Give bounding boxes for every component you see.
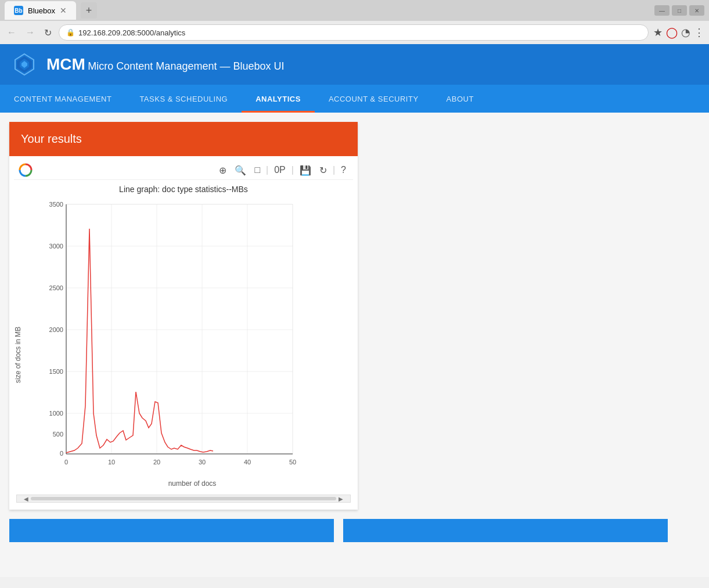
- data-button[interactable]: 0P: [272, 164, 288, 176]
- chart-brand-icon: [19, 163, 33, 177]
- minimize-button[interactable]: —: [654, 5, 670, 16]
- bottom-panel-right: [343, 519, 668, 542]
- zoom-button[interactable]: 🔍: [232, 164, 249, 177]
- address-bar: ← → ↻ 🔒 192.168.209.208:5000/analytics ★…: [0, 21, 709, 44]
- results-header: Your results: [9, 122, 358, 156]
- browser-chrome: Bb Bluebox ✕ + — □ ✕ ← → ↻ 🔒 192.168.209…: [0, 0, 709, 44]
- svg-text:20: 20: [153, 459, 160, 466]
- nav-analytics[interactable]: ANALYTICS: [242, 85, 315, 113]
- scroll-left-button[interactable]: ◀: [24, 496, 28, 502]
- tab-icon: Bb: [14, 6, 23, 15]
- svg-text:3500: 3500: [49, 201, 63, 208]
- x-axis-label: number of docs: [31, 479, 353, 488]
- app-name: Micro Content Management — Bluebox UI: [88, 60, 284, 72]
- nav-account-security[interactable]: ACCOUNT & SECURITY: [315, 85, 433, 113]
- content-area: Your results ⊕ 🔍 □ | 0P | �: [0, 113, 709, 577]
- chart-wrapper: size of docs in MB: [14, 199, 353, 488]
- chart-title: Line graph: doc type statistics--MBs: [14, 185, 353, 194]
- box-select-button[interactable]: □: [252, 164, 262, 176]
- scroll-right-button[interactable]: ▶: [339, 496, 343, 502]
- app-title-group: MCM Micro Content Management — Bluebox U…: [46, 55, 285, 74]
- title-bar: Bb Bluebox ✕ + — □ ✕: [0, 0, 709, 21]
- back-button[interactable]: ←: [5, 25, 19, 40]
- line-chart-svg: 3500 3000 2500 2000 1500 1000 500 0 0 10…: [31, 199, 298, 477]
- svg-text:0: 0: [64, 459, 68, 466]
- results-card: Your results ⊕ 🔍 □ | 0P | �: [9, 122, 358, 510]
- toolbar-separator-1: |: [266, 165, 268, 175]
- chart-scrollbar[interactable]: ◀ ▶: [16, 495, 351, 503]
- browser-actions: ★ ◯ ◔ ⋮: [653, 26, 704, 39]
- url-text: 192.168.209.208:5000/analytics: [78, 28, 641, 37]
- svg-text:1000: 1000: [49, 410, 63, 417]
- bottom-panel-left: [9, 519, 334, 542]
- browser-tab[interactable]: Bb Bluebox ✕: [5, 1, 76, 20]
- svg-text:10: 10: [108, 459, 115, 466]
- help-button[interactable]: ?: [339, 164, 348, 176]
- svg-text:40: 40: [244, 459, 251, 466]
- svg-text:30: 30: [199, 459, 206, 466]
- app-acronym: MCM: [46, 55, 85, 73]
- svg-text:0: 0: [60, 450, 63, 457]
- tab-close-button[interactable]: ✕: [60, 6, 67, 15]
- new-tab-button[interactable]: +: [81, 2, 97, 19]
- chart-inner: 3500 3000 2500 2000 1500 1000 500 0 0 10…: [31, 199, 353, 488]
- close-button[interactable]: ✕: [689, 5, 704, 16]
- chart-toolbar: ⊕ 🔍 □ | 0P | 💾 ↻ | ?: [14, 161, 353, 180]
- toolbar-separator-3: |: [333, 165, 335, 175]
- svg-text:3000: 3000: [49, 243, 63, 250]
- reset-button[interactable]: ↻: [317, 164, 329, 177]
- svg-rect-5: [66, 204, 293, 454]
- nav-about[interactable]: ABOUT: [433, 85, 488, 113]
- opera-button[interactable]: ◯: [666, 26, 678, 39]
- svg-text:1500: 1500: [49, 368, 63, 375]
- window-controls: — □ ✕: [654, 5, 704, 16]
- toolbar-separator-2: |: [291, 165, 294, 175]
- app-header: MCM Micro Content Management — Bluebox U…: [0, 44, 709, 85]
- url-bar[interactable]: 🔒 192.168.209.208:5000/analytics: [59, 24, 649, 41]
- save-button[interactable]: 💾: [297, 164, 314, 177]
- chart-container: ⊕ 🔍 □ | 0P | 💾 ↻ | ? Line graph: doc typ…: [9, 156, 358, 510]
- scrollbar-track[interactable]: [31, 497, 336, 500]
- menu-button[interactable]: ⋮: [694, 26, 704, 39]
- bookmark-button[interactable]: ★: [653, 26, 663, 39]
- main-nav: CONTENT MANAGEMENT TASKS & SCHEDULING AN…: [0, 85, 709, 113]
- svg-text:2500: 2500: [49, 284, 63, 291]
- reload-button[interactable]: ↻: [42, 25, 54, 41]
- forward-button[interactable]: →: [23, 25, 37, 40]
- pan-tool-button[interactable]: ⊕: [217, 164, 229, 177]
- svg-text:50: 50: [289, 459, 296, 466]
- nav-content-management[interactable]: CONTENT MANAGEMENT: [0, 85, 125, 113]
- bottom-panels: [9, 519, 700, 542]
- maximize-button[interactable]: □: [672, 5, 687, 16]
- nav-tasks-scheduling[interactable]: TASKS & SCHEDULING: [125, 85, 242, 113]
- lock-icon: 🔒: [66, 28, 75, 37]
- chart-area: Line graph: doc type statistics--MBs siz…: [14, 180, 353, 492]
- app-logo: [12, 52, 37, 77]
- extensions-button[interactable]: ◔: [681, 26, 690, 39]
- svg-text:2000: 2000: [49, 326, 63, 333]
- y-axis-label: size of docs in MB: [14, 199, 31, 488]
- tab-label: Bluebox: [28, 6, 55, 15]
- svg-text:500: 500: [53, 431, 63, 438]
